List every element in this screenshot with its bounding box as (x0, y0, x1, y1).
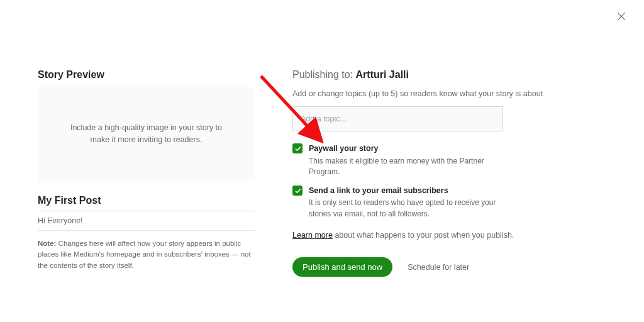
author-name: Artturi Jalli (356, 69, 409, 80)
email-subscribers-checkbox[interactable] (292, 186, 303, 196)
add-topic-input[interactable] (292, 106, 503, 131)
paywall-checkbox[interactable] (292, 143, 303, 153)
paywall-description: This makes it eligible to earn money wit… (309, 157, 484, 176)
schedule-later-link[interactable]: Schedule for later (408, 263, 469, 272)
preview-note-prefix: Note: (38, 240, 56, 247)
learn-more-line: Learn more about what happens to your po… (292, 231, 606, 240)
publishing-to: Publishing to: Artturi Jalli (292, 69, 606, 80)
preview-note-body: Changes here will affect how your story … (38, 240, 251, 270)
publish-settings-panel: Publishing to: Artturi Jalli Add or chan… (292, 69, 606, 279)
preview-help-text: Include a high-quality image in your sto… (60, 122, 232, 147)
story-title-input[interactable]: My First Post (38, 195, 255, 211)
story-subtitle-input[interactable]: Hi Everyone! (38, 216, 255, 231)
story-preview-heading: Story Preview (38, 69, 255, 80)
close-icon[interactable] (614, 9, 629, 24)
email-subscribers-description: It is only sent to readers who have opte… (309, 198, 496, 218)
learn-more-link[interactable]: Learn more (292, 231, 333, 240)
paywall-title: Paywall your story (309, 143, 506, 154)
story-preview-panel: Story Preview Include a high-quality ima… (38, 69, 255, 279)
publish-button[interactable]: Publish and send now (292, 257, 392, 277)
publish-dialog: Story Preview Include a high-quality ima… (0, 0, 644, 322)
topics-help: Add or change topics (up to 5) so reader… (292, 88, 606, 100)
email-subscribers-title: Send a link to your email subscribers (309, 185, 506, 196)
paywall-option: Paywall your story This makes it eligibl… (292, 143, 506, 177)
preview-note: Note: Changes here will affect how your … (38, 238, 255, 272)
publish-actions: Publish and send now Schedule for later (292, 257, 606, 277)
preview-image-placeholder[interactable]: Include a high-quality image in your sto… (38, 87, 255, 181)
email-subscribers-option: Send a link to your email subscribers It… (292, 185, 506, 219)
